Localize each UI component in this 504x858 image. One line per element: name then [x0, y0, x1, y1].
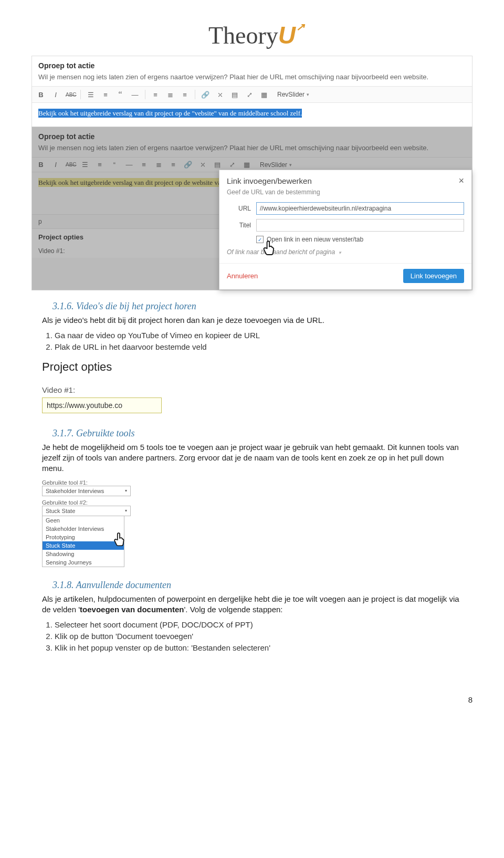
strike-icon[interactable]: ABC: [66, 162, 75, 168]
section-316-steps: Ga naar de video op YouTube of Vimeo en …: [55, 330, 462, 353]
align-center-icon[interactable]: ≣: [154, 161, 163, 169]
italic-icon[interactable]: I: [51, 161, 60, 169]
fullscreen-icon[interactable]: ⤢: [245, 91, 254, 99]
logo-text: Theory: [208, 22, 278, 49]
align-left-icon[interactable]: ≡: [151, 91, 160, 99]
video-url-input[interactable]: https://www.youtube.co: [42, 397, 162, 413]
dialog-title: Link invoegen/bewerken: [227, 176, 312, 185]
tools-screenshot: Gebruikte tool #1: Stakeholder Interview…: [42, 479, 131, 567]
step: Klik in het popup venster op de button: …: [55, 642, 462, 654]
section-318-para: Als je artikelen, hulpdocumenten of powe…: [42, 594, 462, 615]
strike-icon[interactable]: ABC: [66, 92, 75, 98]
align-right-icon[interactable]: ≡: [180, 91, 190, 99]
video1-field-label: Video #1:: [42, 385, 472, 394]
option[interactable]: Sensing Journeys: [43, 558, 124, 567]
toolbar-toggle-icon[interactable]: ▦: [259, 91, 269, 99]
tool2-select[interactable]: Stuck State: [42, 506, 131, 516]
option[interactable]: Prototyping: [43, 533, 124, 541]
step: Ga naar de video op YouTube of Vimeo en …: [55, 330, 462, 341]
title-input[interactable]: [256, 219, 464, 232]
bold-icon[interactable]: B: [36, 91, 46, 99]
section-318-title: 3.1.8. Aanvullende documenten: [52, 580, 472, 591]
tool1-select[interactable]: Stakeholder Interviews: [42, 486, 131, 496]
more-icon[interactable]: ▤: [213, 161, 222, 169]
theoryu-logo: TheoryU: [208, 21, 296, 49]
section-316-intro: Als je video's hebt dit bij dit project …: [42, 315, 462, 326]
hr-icon[interactable]: —: [130, 91, 140, 99]
unlink-icon[interactable]: ⤫: [215, 91, 225, 99]
close-icon[interactable]: ×: [458, 175, 464, 186]
hand-pointer-icon: [261, 240, 276, 257]
option-selected[interactable]: Stuck State: [43, 541, 124, 550]
step: Plak de URL in het daarvoor bestemde vel…: [55, 341, 462, 353]
cta-heading-2: Oproep tot actie: [32, 127, 472, 144]
option[interactable]: Stakeholder Interviews: [43, 525, 124, 533]
logo-u: U: [278, 22, 296, 49]
cta-heading: Oproep tot actie: [32, 56, 472, 73]
editor-toolbar: B I ABC ☰ ≡ “ — ≡ ≣ ≡ 🔗 ⤫ ▤ ⤢ ▦ RevSlide…: [32, 86, 472, 103]
quote-icon[interactable]: “: [110, 161, 119, 169]
editor-screenshot-1: Oproep tot actie Wil je mensen nog iets …: [32, 56, 472, 128]
fullscreen-icon[interactable]: ⤢: [227, 161, 237, 169]
section-317-para: Je hebt de mogelijkheid om 5 tools toe t…: [42, 442, 462, 474]
italic-icon[interactable]: I: [51, 91, 60, 99]
bold-icon[interactable]: B: [36, 161, 46, 169]
quote-icon[interactable]: “: [116, 90, 125, 99]
bullet-list-icon[interactable]: ☰: [86, 91, 96, 99]
number-list-icon[interactable]: ≡: [101, 91, 110, 99]
submit-button[interactable]: Link toevoegen: [403, 269, 464, 283]
more-icon[interactable]: ▤: [230, 91, 239, 99]
document-page: TheoryU Oproep tot actie Wil je mensen n…: [0, 0, 504, 681]
step: Selecteer het soort document (PDF, DOC/D…: [55, 619, 462, 631]
highlighted-text-1: Bekijk ook het uitgebreide verslag van d…: [38, 109, 302, 118]
link-icon[interactable]: 🔗: [183, 161, 193, 169]
editor-screenshot-2: Oproep tot actie Wil je mensen nog iets …: [32, 127, 472, 290]
align-center-icon[interactable]: ≣: [165, 91, 175, 99]
checkbox-label: Open link in een nieuw venster/tab: [267, 236, 363, 243]
link-dialog: Link invoegen/bewerken × Geef de URL van…: [219, 170, 472, 290]
revslider-dropdown[interactable]: RevSlider: [277, 91, 309, 98]
header-logo-wrap: TheoryU: [32, 21, 472, 49]
bullet-list-icon[interactable]: ☰: [80, 161, 90, 169]
cta-helper-2: Wil je mensen nog iets laten zien of erg…: [32, 144, 472, 157]
existing-link-toggle[interactable]: Of link naar bestaand bericht of pagina: [219, 245, 471, 260]
cta-helper: Wil je mensen nog iets laten zien of erg…: [32, 73, 472, 86]
step: Klik op de button 'Document toevoegen': [55, 631, 462, 642]
option[interactable]: Shadowing: [43, 550, 124, 558]
tool2-options-list: Geen Stakeholder Interviews Prototyping …: [42, 516, 124, 567]
align-left-icon[interactable]: ≡: [139, 161, 149, 169]
project-opties-label: Project opties: [42, 360, 472, 374]
dialog-subtitle: Geef de URL van de bestemming: [219, 189, 471, 200]
toolbar-toggle-icon[interactable]: ▦: [242, 161, 251, 169]
section-317-title: 3.1.7. Gebruikte tools: [52, 428, 472, 439]
page-number: 8: [0, 695, 472, 704]
section-318-steps: Selecteer het soort document (PDF, DOC/D…: [55, 619, 462, 653]
cancel-button[interactable]: Annuleren: [227, 272, 258, 280]
title-label: Titel: [227, 222, 251, 229]
option[interactable]: Geen: [43, 516, 124, 525]
hr-icon[interactable]: —: [124, 161, 134, 169]
url-label: URL: [227, 205, 251, 212]
align-right-icon[interactable]: ≡: [169, 161, 178, 169]
revslider-dropdown[interactable]: RevSlider: [260, 161, 292, 169]
number-list-icon[interactable]: ≡: [95, 161, 104, 169]
tool2-label: Gebruikte tool #2:: [42, 499, 131, 506]
editor-body-1[interactable]: Bekijk ook het uitgebreide verslag van d…: [32, 103, 472, 127]
section-316-title: 3.1.6. Video's die bij het project horen: [52, 301, 472, 312]
link-icon[interactable]: 🔗: [201, 91, 210, 99]
tool1-label: Gebruikte tool #1:: [42, 479, 131, 486]
url-input[interactable]: [256, 202, 464, 215]
hand-pointer-icon: [112, 532, 126, 548]
unlink-icon[interactable]: ⤫: [198, 161, 207, 169]
